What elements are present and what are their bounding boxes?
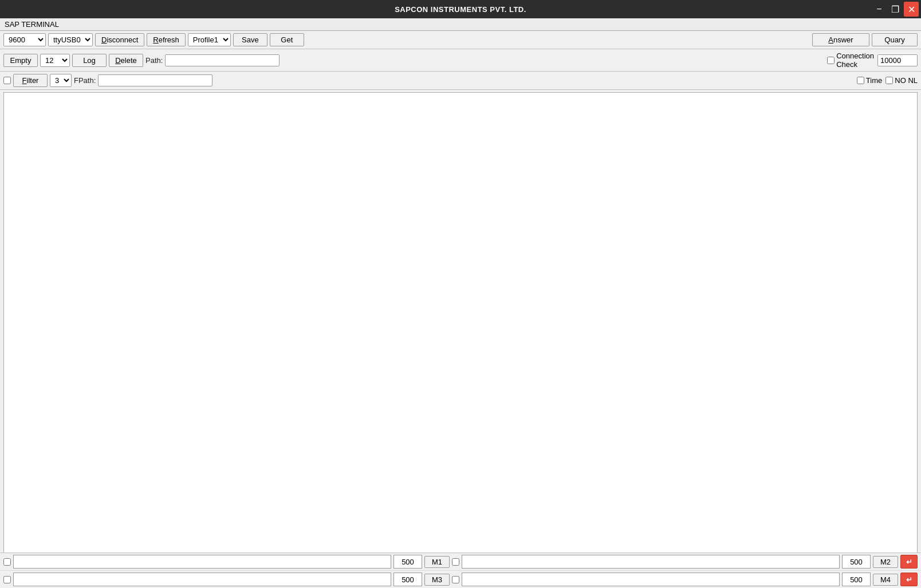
toolbar2-right: ConnectionCheck	[827, 52, 918, 69]
time-checkbox[interactable]	[857, 77, 864, 84]
close-button[interactable]: ✕	[904, 2, 919, 17]
filter-underline: F	[22, 76, 27, 85]
send-button-2[interactable]: ↵	[900, 573, 918, 586]
nonl-checkbox[interactable]	[885, 77, 893, 84]
send-button-1[interactable]: ↵	[900, 555, 918, 569]
bottom-row2-check1[interactable]	[3, 576, 11, 583]
nonl-label: NO NL	[895, 76, 918, 85]
query-button[interactable]: Quary	[872, 33, 918, 46]
delete-underline: D	[115, 56, 120, 65]
answer-button[interactable]: Answer	[812, 33, 869, 46]
filter-label-rest: ilter	[27, 76, 39, 85]
time-label: Time	[866, 76, 882, 85]
line-count-select[interactable]: 12 24 48 100	[40, 54, 70, 67]
bottom-area: M1 M2 ↵ M3 M4	[0, 553, 921, 588]
empty-label: Empty	[10, 56, 32, 65]
menu-bar: SAP TERMINAL	[0, 18, 921, 31]
title-bar-controls: − ❐ ✕	[872, 0, 919, 18]
bottom-row1-num2[interactable]	[842, 555, 871, 569]
fpath-label: FPath:	[74, 76, 96, 85]
path-input[interactable]	[165, 54, 280, 66]
send-icon-1: ↵	[906, 558, 912, 566]
toolbar3-right: Time NO NL	[857, 76, 918, 85]
get-label: Get	[281, 35, 293, 44]
m3-label: M3	[432, 575, 442, 584]
bottom-row1-check1[interactable]	[3, 558, 11, 566]
fpath-input[interactable]	[98, 74, 212, 86]
bottom-row2-num2[interactable]	[842, 573, 871, 586]
m2-label: M2	[880, 558, 891, 566]
nonl-container: NO NL	[885, 76, 918, 85]
m1-label: M1	[432, 558, 442, 566]
refresh-label-rest: efresh	[159, 35, 179, 44]
menu-app-name: SAP TERMINAL	[5, 20, 59, 29]
answer-label-rest: nswer	[833, 35, 853, 44]
path-label: Path:	[145, 56, 163, 65]
m3-button[interactable]: M3	[424, 574, 450, 586]
log-label: Log	[83, 56, 96, 65]
baud-rate-select[interactable]: 9600 19200 38400 57600 115200	[3, 33, 46, 46]
toolbar-row-2: Empty 12 24 48 100 Log Delete Path: Conn…	[0, 49, 921, 72]
app-window: SAPCON INSTRUMENTS PVT. LTD. − ❐ ✕ SAP T…	[0, 0, 921, 588]
get-button[interactable]: Get	[270, 33, 304, 46]
bottom-row-2: M3 M4 ↵	[0, 571, 921, 588]
bottom-row1-check2[interactable]	[452, 558, 459, 566]
query-label: Quary	[884, 35, 904, 44]
delete-button[interactable]: Delete	[109, 54, 143, 67]
bottom-row2-num1[interactable]	[393, 573, 422, 586]
title-bar: SAPCON INSTRUMENTS PVT. LTD. − ❐ ✕	[0, 0, 921, 18]
m1-button[interactable]: M1	[424, 556, 450, 568]
filter-button[interactable]: Filter	[13, 74, 48, 87]
profile-select[interactable]: Profile1 Profile2 Profile3	[188, 33, 231, 46]
connection-check-checkbox[interactable]	[827, 57, 835, 64]
bottom-row-1: M1 M2 ↵	[0, 553, 921, 571]
filter-checkbox[interactable]	[3, 77, 11, 84]
minimize-button[interactable]: −	[872, 2, 887, 17]
bottom-row2-text2[interactable]	[462, 573, 840, 586]
port-select[interactable]: ttyUSB0 ttyUSB1 COM1 COM2	[48, 33, 93, 46]
bottom-row1-num1[interactable]	[393, 555, 422, 569]
refresh-button[interactable]: Refresh	[147, 33, 186, 46]
connection-check-container: ConnectionCheck	[827, 52, 874, 69]
disconnect-underline: D	[101, 35, 107, 44]
restore-button[interactable]: ❐	[888, 2, 903, 17]
time-container: Time	[857, 76, 882, 85]
m4-button[interactable]: M4	[873, 574, 898, 586]
connection-check-value-input[interactable]	[877, 54, 918, 66]
bottom-row2-text1[interactable]	[13, 573, 391, 586]
send-icon-2: ↵	[906, 575, 912, 584]
disconnect-label-rest: isconnect	[107, 35, 138, 44]
disconnect-button[interactable]: Disconnect	[95, 33, 144, 46]
bottom-row2-check2[interactable]	[452, 576, 459, 583]
save-label: Save	[242, 35, 259, 44]
m4-label: M4	[880, 575, 891, 584]
empty-button[interactable]: Empty	[3, 54, 38, 67]
filter-num-select[interactable]: 1 2 3 4 5	[50, 74, 72, 87]
bottom-row1-text1[interactable]	[13, 555, 391, 569]
main-content-area	[3, 92, 918, 586]
toolbar-row-1: 9600 19200 38400 57600 115200 ttyUSB0 tt…	[0, 31, 921, 49]
delete-label-rest: elete	[121, 56, 137, 65]
bottom-row1-text2[interactable]	[462, 555, 840, 569]
m2-button[interactable]: M2	[873, 556, 898, 568]
connection-check-label-text: ConnectionCheck	[836, 52, 874, 69]
toolbar-row-3: Filter 1 2 3 4 5 FPath: Time NO NL	[0, 72, 921, 90]
refresh-underline: R	[153, 35, 158, 44]
log-button[interactable]: Log	[72, 54, 107, 67]
answer-underline: A	[828, 35, 833, 44]
toolbar1-right: Answer Quary	[812, 33, 918, 46]
app-title: SAPCON INSTRUMENTS PVT. LTD.	[395, 5, 526, 14]
save-button[interactable]: Save	[233, 33, 267, 46]
